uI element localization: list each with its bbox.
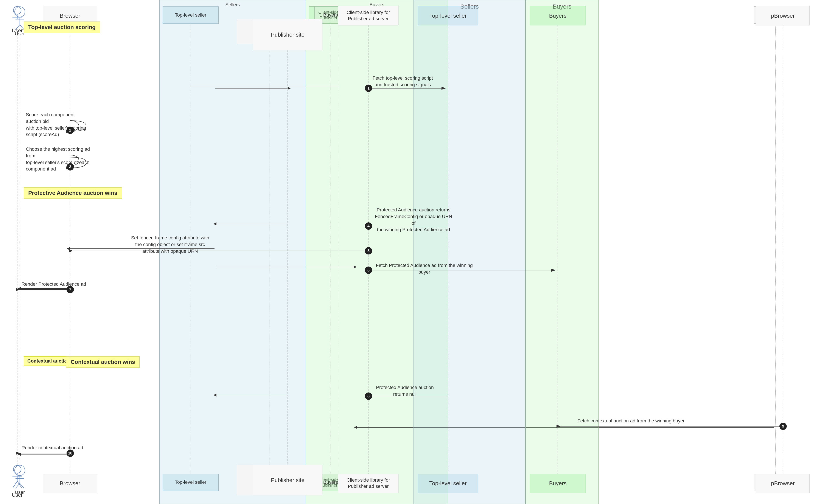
- svg-line-35: [13, 481, 17, 488]
- arrow-8-label: Protected Audience auctionreturns null: [373, 384, 437, 398]
- user-top-figure: User: [11, 6, 24, 34]
- num-3: 3: [66, 163, 74, 170]
- top-level-seller-top: Top-level seller: [418, 6, 478, 26]
- buyers-group-bg: [526, 0, 599, 504]
- publisher-site-top: Publisher site: [253, 19, 323, 50]
- num-1: 1: [365, 85, 372, 92]
- num-4: 4: [365, 222, 372, 230]
- client-lib-top: Client-side library for Publisher ad ser…: [338, 6, 398, 26]
- svg-point-27: [13, 6, 21, 14]
- arrow-5-label: Set fenced frame config attribute withth…: [125, 235, 215, 254]
- arrow-3-label: Choose the highest scoring ad fromtop-le…: [26, 146, 95, 172]
- num-7: 7: [66, 286, 74, 293]
- protective-audience-box: Protective Audience auction wins: [24, 187, 122, 199]
- svg-line-36: [17, 481, 21, 488]
- user-top-label: User: [12, 28, 23, 34]
- buyers-bottom: Buyers: [530, 474, 586, 493]
- browser-bottom: Browser: [43, 474, 97, 493]
- num-5: 5: [365, 247, 372, 254]
- arrow-2-label: Score each component auction bidwith top…: [26, 111, 91, 138]
- arrow-7-label: Render Protected Audience ad: [21, 281, 86, 288]
- pbrowser-top: pBrowser: [756, 6, 810, 26]
- top-level-auction-box: Top-level auction scoring: [24, 21, 100, 33]
- contextual-auction-box: Contextual auction wins: [66, 356, 140, 368]
- num-6: 6: [365, 266, 372, 274]
- num-10: 10: [66, 450, 74, 457]
- num-8: 8: [365, 393, 372, 400]
- arrow-10-label: Render contextual auction ad: [21, 445, 83, 451]
- buyers-top: Buyers: [530, 6, 586, 26]
- arrow-1-label: Fetch top-level scoring scriptand truste…: [373, 75, 433, 88]
- top-level-seller-bottom: Top-level seller: [418, 474, 478, 493]
- num-9: 9: [779, 422, 787, 430]
- publisher-site-bottom: Publisher site: [253, 465, 323, 495]
- svg-point-32: [13, 465, 21, 473]
- arrow-9-label: Fetch contextual auction ad from the win…: [571, 418, 691, 424]
- arrow-4-label: Protected Audience auction returnsFenced…: [373, 207, 454, 233]
- arrow-6-label: Fetch Protected Audience ad from the win…: [373, 262, 476, 275]
- num-2: 2: [66, 127, 74, 134]
- user-bottom-figure: User: [11, 465, 24, 498]
- pbrowser-bottom: pBrowser: [756, 474, 810, 493]
- main-diagram: Sellers Buyers User User Browser Publish…: [0, 0, 827, 504]
- client-lib-bottom: Client-side library for Publisher ad ser…: [338, 474, 398, 493]
- user-bottom-label: User: [12, 492, 23, 498]
